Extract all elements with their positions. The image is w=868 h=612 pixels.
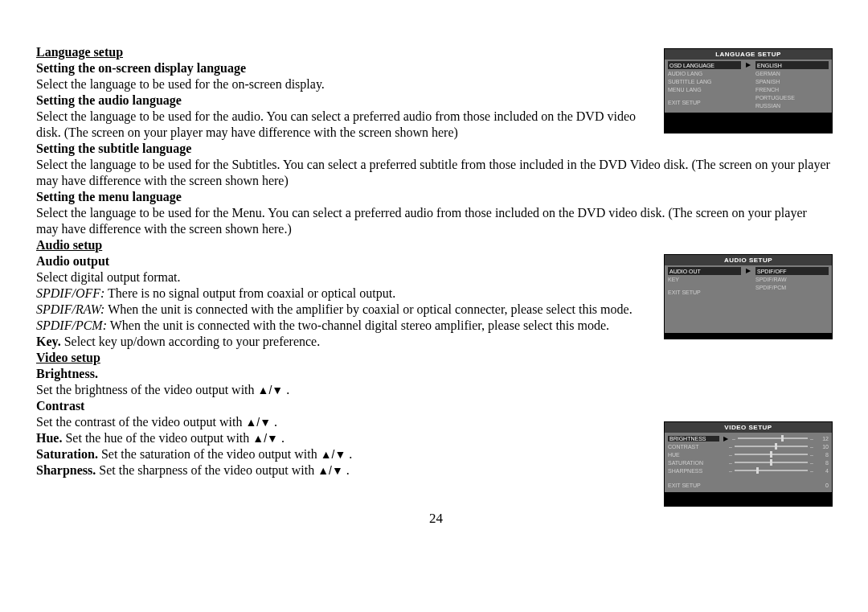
- paragraph: Select the language to be used for the o…: [36, 76, 647, 92]
- section-heading-video: Video setup: [36, 351, 100, 364]
- osd-exit: EXIT SETUP: [668, 98, 741, 106]
- up-down-arrow-icon: ▲/▼: [258, 384, 284, 396]
- label: SPDIF/OFF:: [36, 286, 104, 300]
- paragraph: When the unit is connected with the two-…: [107, 318, 609, 332]
- chevron-right-icon: ▶: [744, 61, 752, 109]
- up-down-arrow-icon: ▲/▼: [321, 448, 346, 461]
- up-down-arrow-icon: ▲/▼: [317, 464, 343, 477]
- osd-value: 8: [816, 452, 829, 458]
- paragraph: Select the language to be used for the a…: [36, 109, 655, 141]
- subheading: Brightness.: [36, 367, 98, 380]
- chevron-right-icon: ▶: [722, 435, 730, 442]
- label: SPDIF/PCM:: [36, 318, 107, 332]
- osd-item: AUDIO LANG: [668, 69, 741, 77]
- paragraph: Select the language to be used for the S…: [36, 157, 832, 189]
- subheading: Setting the audio language: [36, 93, 182, 107]
- osd-option: RUSSIAN: [755, 101, 829, 109]
- paragraph: When the unit is connected with the ampl…: [104, 302, 632, 316]
- osd-value: 12: [816, 436, 829, 442]
- osd-option: SPDIF/OFF: [755, 267, 829, 275]
- osd-title: LANGUAGE SETUP: [665, 49, 832, 60]
- subheading: Setting the menu language: [36, 190, 182, 203]
- paragraph: Select the language to be used for the M…: [36, 205, 832, 237]
- osd-title: VIDEO SETUP: [665, 422, 832, 433]
- label: Key.: [36, 335, 61, 348]
- osd-value: 0: [816, 483, 829, 488]
- paragraph: Set the brightness of the video output w…: [36, 383, 258, 396]
- osd-value: 8: [816, 460, 829, 466]
- osd-screenshot-video: VIDEO SETUP BRIGHTNESS▶––12 CONTRAST––10…: [664, 421, 833, 507]
- paragraph: .: [283, 383, 289, 396]
- osd-exit: EXIT SETUP: [668, 288, 741, 296]
- osd-item: CONTRAST: [668, 444, 716, 450]
- osd-option: SPANISH: [755, 77, 829, 85]
- paragraph: .: [346, 447, 352, 461]
- osd-option: SPDIF/RAW: [755, 275, 829, 283]
- subheading: Setting the subtitle language: [36, 142, 191, 155]
- chevron-right-icon: ▶: [744, 267, 752, 330]
- osd-value: 4: [816, 468, 829, 474]
- label: SPDIF/RAW:: [36, 302, 104, 316]
- osd-item: MENU LANG: [668, 85, 741, 93]
- paragraph: .: [271, 415, 277, 429]
- osd-option: SPDIF/PCM: [755, 283, 829, 291]
- osd-item: SHARPNESS: [668, 468, 716, 474]
- osd-item: HUE: [668, 452, 716, 458]
- osd-option: FRENCH: [755, 85, 829, 93]
- paragraph: Set the hue of the video output with: [62, 431, 252, 445]
- osd-title: AUDIO SETUP: [665, 255, 832, 265]
- label: Sharpness.: [36, 463, 96, 477]
- osd-exit: EXIT SETUP: [668, 483, 716, 488]
- osd-item: OSD LANGUAGE: [668, 61, 741, 69]
- label: Saturation.: [36, 447, 98, 461]
- osd-screenshot-audio: AUDIO SETUP AUDIO OUT KEY EXIT SETUP ▶ S…: [664, 254, 833, 339]
- subheading: Audio output: [36, 254, 109, 268]
- paragraph: There is no signal output from coaxial o…: [104, 286, 395, 300]
- manual-page: LANGUAGE SETUP OSD LANGUAGE AUDIO LANG S…: [0, 0, 868, 551]
- osd-item: KEY: [668, 275, 741, 283]
- osd-option: PORTUGUESE: [755, 93, 829, 101]
- paragraph: Set the contrast of the video output wit…: [36, 415, 245, 429]
- osd-item: BRIGHTNESS: [668, 436, 719, 442]
- osd-value: 10: [816, 444, 829, 450]
- paragraph: Set the saturation of the video output w…: [98, 447, 321, 461]
- osd-option: ENGLISH: [755, 61, 829, 69]
- paragraph: .: [278, 431, 285, 445]
- subheading: Contrast: [36, 399, 84, 413]
- section-heading-audio: Audio setup: [36, 238, 102, 252]
- paragraph: Select key up/down according to your pre…: [61, 335, 321, 348]
- osd-item: SUBTITLE LANG: [668, 77, 741, 85]
- paragraph: Set the sharpness of the video output wi…: [96, 463, 317, 477]
- osd-option: GERMAN: [755, 69, 829, 77]
- section-heading-language: Language setup: [36, 45, 123, 59]
- up-down-arrow-icon: ▲/▼: [252, 432, 278, 445]
- osd-screenshot-language: LANGUAGE SETUP OSD LANGUAGE AUDIO LANG S…: [664, 48, 833, 133]
- osd-item: AUDIO OUT: [668, 267, 741, 275]
- page-number: 24: [36, 511, 836, 527]
- paragraph: .: [343, 463, 350, 477]
- label: Hue.: [36, 431, 62, 445]
- subheading: Setting the on-screen display language: [36, 61, 246, 75]
- osd-item: SATURATION: [668, 460, 716, 466]
- up-down-arrow-icon: ▲/▼: [245, 416, 271, 429]
